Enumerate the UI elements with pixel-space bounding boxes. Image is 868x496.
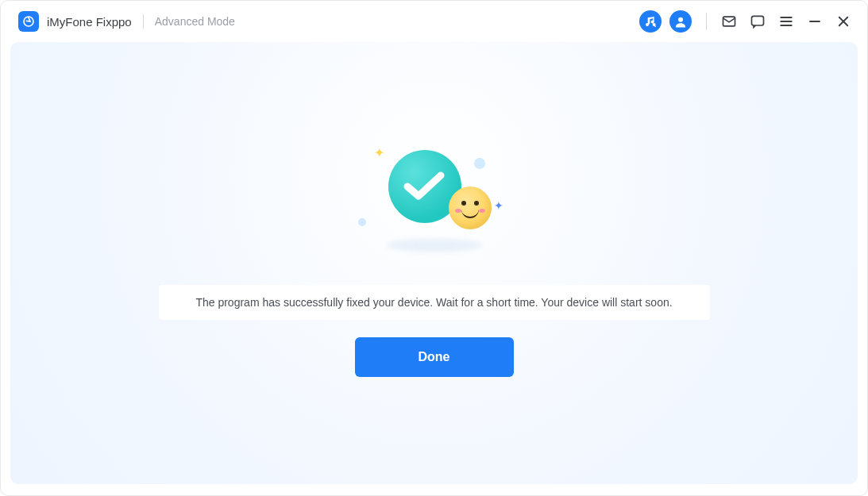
mode-label: Advanced Mode <box>155 15 235 28</box>
feedback-icon[interactable] <box>750 13 766 29</box>
app-window: iMyFone Fixppo Advanced Mode <box>0 0 868 496</box>
minimize-icon[interactable] <box>807 13 823 29</box>
title-actions <box>639 10 851 33</box>
done-button[interactable]: Done <box>355 337 514 377</box>
menu-icon[interactable] <box>778 13 794 29</box>
smiley-icon <box>449 186 492 229</box>
titlebar: iMyFone Fixppo Advanced Mode <box>1 1 867 42</box>
sparkle-icon: ✦ <box>374 145 384 160</box>
close-icon[interactable] <box>835 13 851 29</box>
status-message: The program has successfully fixed your … <box>159 285 710 320</box>
mode-separator <box>143 14 144 29</box>
music-icon[interactable] <box>639 10 662 33</box>
app-name: iMyFone Fixppo <box>47 15 132 29</box>
success-illustration: ✦ ✦ <box>355 145 514 256</box>
svg-rect-4 <box>752 16 764 25</box>
shadow <box>387 239 482 252</box>
decorative-dot <box>358 218 366 226</box>
content-panel: ✦ ✦ The program has successfully fixed y… <box>10 42 858 484</box>
system-buttons <box>721 13 851 29</box>
checkmark-icon <box>403 171 446 202</box>
mail-icon[interactable] <box>721 13 737 29</box>
decorative-dot <box>474 158 485 169</box>
app-logo-icon <box>18 11 39 32</box>
sparkle-icon: ✦ <box>494 199 503 212</box>
account-icon[interactable] <box>669 10 692 33</box>
svg-point-2 <box>678 17 683 22</box>
vertical-separator <box>706 13 707 30</box>
